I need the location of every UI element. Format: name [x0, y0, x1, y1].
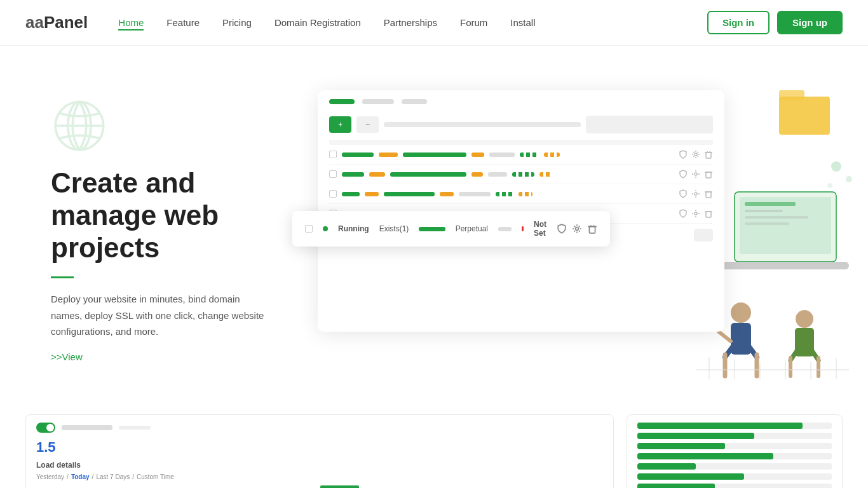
bpr-row: [637, 423, 832, 429]
nav-pricing[interactable]: Pricing: [222, 15, 252, 30]
time-custom: Custom Time: [137, 473, 174, 480]
trash-icon: [704, 209, 713, 218]
row-bar-dashed: [520, 152, 539, 157]
svg-point-44: [831, 161, 841, 172]
signin-button[interactable]: Sign in: [707, 11, 770, 34]
popup-shield-icon: [557, 224, 567, 234]
row-checkbox: [329, 170, 337, 178]
row-bar: [342, 172, 364, 177]
popup-gray-bar: [498, 227, 512, 231]
bpr-bar-fill: [637, 433, 754, 439]
bpr-row: [637, 484, 832, 488]
bp-stat-number: 1.5: [36, 439, 56, 456]
popup-action-icons: [557, 224, 597, 234]
bp-title-bar: [62, 425, 112, 430]
bpr-bar-fill: [637, 453, 773, 459]
not-set-dot: [522, 226, 524, 231]
row-bar-dashed-orange: [544, 152, 560, 157]
row-checkbox: [329, 151, 337, 158]
svg-point-8: [695, 173, 697, 175]
bpr-row: [637, 443, 832, 449]
row-icons: [679, 189, 713, 198]
row-icons: [679, 209, 713, 218]
time-yesterday: Yesterday: [36, 473, 64, 480]
hero-section: Create and manage web projects Deploy yo…: [0, 46, 868, 402]
svg-rect-22: [779, 97, 830, 135]
popup-not-set-label: Not Set: [534, 220, 546, 238]
bpr-row: [637, 473, 832, 480]
nav-forum[interactable]: Forum: [460, 15, 487, 30]
hero-divider: [51, 276, 74, 278]
bpr-bar-fill: [637, 423, 803, 429]
row-bar-orange2: [471, 152, 484, 157]
svg-point-3: [695, 153, 697, 156]
shield-icon: [679, 150, 688, 159]
bpr-row: [637, 433, 832, 439]
bottom-section: 1.5 Load details Yesterday / Today / Las…: [0, 402, 868, 488]
row-icons: [679, 150, 713, 159]
svg-point-46: [827, 183, 832, 188]
hero-description: Deploy your website in minutes, bind dom…: [51, 291, 267, 340]
bpr-bar-fill: [637, 463, 696, 470]
row-checkbox: [329, 190, 337, 198]
toggle-switch: [36, 423, 55, 433]
popup-perpetual-label: Perpetual: [456, 224, 488, 233]
svg-rect-4: [706, 152, 711, 158]
trash-icon: [704, 150, 713, 159]
hero-title: Create and manage web projects: [51, 167, 267, 264]
table-row: [329, 184, 713, 204]
svg-rect-26: [745, 202, 796, 206]
header-bar-2: [362, 99, 394, 104]
bp-bars: [36, 485, 603, 488]
nav-feature[interactable]: Feature: [166, 15, 200, 30]
panel-toolbar: + −: [318, 113, 724, 140]
svg-line-37: [719, 332, 731, 341]
bpr-bar-wrap: [637, 443, 832, 449]
globe-icon: [51, 97, 108, 154]
time-sep1: /: [67, 473, 69, 480]
row-bar: [342, 192, 360, 196]
popup-trash-icon: [587, 224, 597, 234]
bp-header: [36, 423, 603, 433]
bpr-bars: [637, 423, 832, 488]
bpr-bar-fill: [637, 473, 744, 480]
bp-stat: 1.5: [36, 439, 603, 456]
row-bar: [539, 172, 552, 177]
svg-point-45: [846, 176, 852, 182]
bpr-bar-fill: [637, 484, 715, 488]
time-sep2: /: [92, 473, 94, 480]
bp-time-row: Yesterday / Today / Last 7 Days / Custom…: [36, 473, 603, 480]
svg-point-38: [796, 310, 813, 328]
header-bar-1: [329, 99, 355, 104]
search-bar-mock: [586, 116, 713, 133]
bpr-bar-wrap: [637, 463, 832, 470]
row-icons: [679, 170, 713, 179]
row-bar: [390, 172, 466, 177]
nav-home[interactable]: Home: [118, 15, 144, 30]
popup-checkbox: [305, 225, 313, 233]
nav-install[interactable]: Install: [510, 15, 535, 30]
shield-icon: [679, 209, 688, 218]
svg-rect-12: [706, 192, 711, 198]
row-bar: [488, 172, 507, 177]
hero-left: Create and manage web projects Deploy yo…: [51, 97, 267, 362]
popup-running-label: Running: [338, 224, 369, 233]
logo[interactable]: aaPanel: [25, 13, 88, 32]
nav-links: Home Feature Pricing Domain Registration…: [118, 15, 707, 30]
hero-view-link[interactable]: >>View: [51, 351, 83, 362]
nav-domain[interactable]: Domain Registration: [275, 15, 361, 30]
popup-row: Running Exists(1) Perpetual Not Set: [292, 211, 610, 247]
logo-aa: aa: [25, 13, 44, 32]
nav-partnerships[interactable]: Partnerships: [384, 15, 437, 30]
time-sep3: /: [132, 473, 134, 480]
svg-rect-23: [779, 90, 804, 100]
status-dot: [323, 226, 328, 231]
row-bar: [384, 192, 435, 196]
bp-sub-bar: [119, 426, 151, 430]
popup-bar: [419, 227, 445, 231]
row-bar-orange: [379, 152, 398, 157]
svg-rect-15: [706, 212, 711, 217]
row-bar-green: [403, 152, 466, 157]
svg-point-11: [695, 193, 697, 195]
signup-button[interactable]: Sign up: [777, 11, 843, 34]
